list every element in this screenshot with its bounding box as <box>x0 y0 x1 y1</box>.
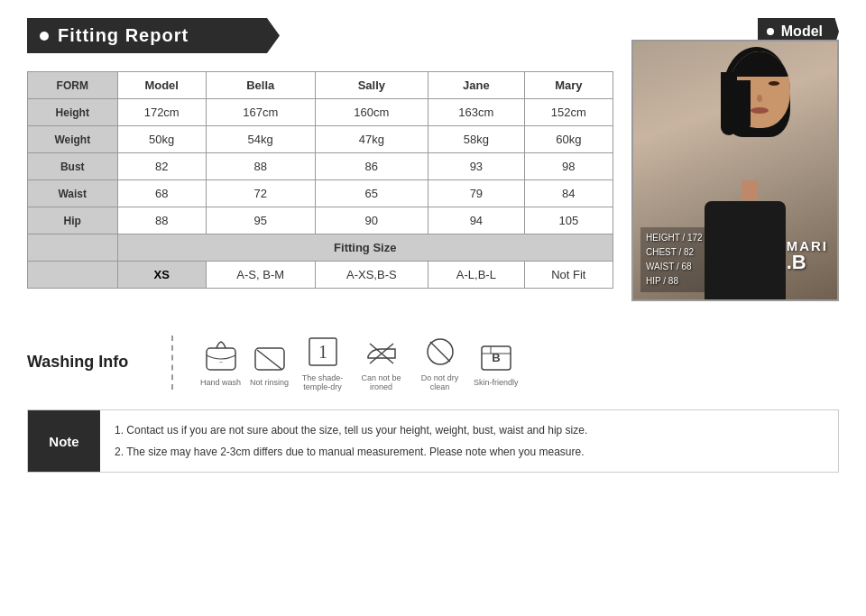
col-mary: Mary <box>524 72 613 99</box>
table-row: Height 172cm 167cm 160cm 163cm 152cm <box>28 99 613 126</box>
cell: 167cm <box>206 99 315 126</box>
col-bella: Bella <box>206 72 315 99</box>
skin-friendly-svg: B <box>477 337 515 375</box>
cell: 105 <box>524 207 613 234</box>
cell: 93 <box>428 153 525 180</box>
not-rinsing-svg <box>251 337 289 375</box>
wash-icon-no-dry-clean: Do not dry clean <box>415 333 465 391</box>
row-label-waist: Waist <box>28 180 118 207</box>
table-row-fitting-size: XS A-S, B-M A-XS,B-S A-L,B-L Not Fit <box>28 262 613 289</box>
svg-text:~: ~ <box>218 359 222 365</box>
row-label-hip: Hip <box>28 207 118 234</box>
cell: 50kg <box>117 126 206 153</box>
size-value-jane: A-L,B-L <box>428 262 525 289</box>
no-dry-clean-label: Do not dry clean <box>415 373 465 391</box>
wash-icon-shade-dry: 1 The shade-temple-dry <box>298 333 347 391</box>
cell: 68 <box>117 180 206 207</box>
fitting-size-label: Fitting Size <box>117 234 613 262</box>
main-content: FORM Model Bella Sally Jane Mary Height … <box>27 71 839 301</box>
wash-icon-handwash: ~ Hand wash <box>200 337 241 387</box>
note-section: Note 1. Contact us if you are not sure a… <box>27 409 839 473</box>
cell: 60kg <box>524 126 613 153</box>
hair-right <box>737 80 751 130</box>
size-xs: XS <box>117 262 206 289</box>
nose <box>757 95 762 102</box>
model-badge-label: Model <box>781 23 823 40</box>
not-rinsing-label: Not rinsing <box>250 378 289 387</box>
neck <box>742 180 758 200</box>
note-line-1: 1. Contact us if you are not sure about … <box>115 419 587 441</box>
body <box>705 201 786 299</box>
cell: 82 <box>117 153 206 180</box>
table-row: Hip 88 95 90 94 105 <box>28 207 613 234</box>
cell: 72 <box>206 180 315 207</box>
wash-icon-no-iron: Can not be ironed <box>356 333 406 391</box>
table-header-row: FORM Model Bella Sally Jane Mary <box>28 72 613 99</box>
handwash-label: Hand wash <box>200 378 241 387</box>
model-badge-dot <box>767 28 774 35</box>
empty-cell-2 <box>28 262 118 289</box>
svg-line-3 <box>257 350 282 370</box>
bangs <box>729 51 790 77</box>
col-sally: Sally <box>315 72 428 99</box>
col-model: Model <box>117 72 206 99</box>
cell: 160cm <box>315 99 428 126</box>
cell: 152cm <box>524 99 613 126</box>
cell: 86 <box>315 153 428 180</box>
cell: 90 <box>315 207 428 234</box>
cell: 84 <box>524 180 613 207</box>
model-info-overlay: HEIGHT / 172 CHEST / 82 WAIST / 68 HIP /… <box>640 227 708 292</box>
fitting-report-title: Fitting Report <box>58 25 189 46</box>
cell: 88 <box>117 207 206 234</box>
washing-title: Washing Info <box>27 353 144 372</box>
svg-text:1: 1 <box>318 342 327 362</box>
model-height: HEIGHT / 172 <box>646 231 703 245</box>
washing-section: Washing Info ~ Hand wash Not rinsing <box>27 324 839 400</box>
cell: 47kg <box>315 126 428 153</box>
svg-line-9 <box>430 342 450 362</box>
skin-friendly-label: Skin-friendly <box>474 378 519 387</box>
table-section: FORM Model Bella Sally Jane Mary Height … <box>27 71 613 301</box>
size-value-mary: Not Fit <box>524 262 613 289</box>
model-chest: CHEST / 82 <box>646 245 703 260</box>
table-row: Waist 68 72 65 79 84 <box>28 180 613 207</box>
model-photo-bg: HEIGHT / 172 CHEST / 82 WAIST / 68 HIP /… <box>633 41 837 299</box>
cell: 95 <box>206 207 315 234</box>
col-jane: Jane <box>428 72 525 99</box>
cell: 88 <box>206 153 315 180</box>
row-label-height: Height <box>28 99 118 126</box>
wash-icon-not-rinsing: Not rinsing <box>250 337 289 387</box>
empty-cell <box>28 234 118 262</box>
note-content: 1. Contact us if you are not sure about … <box>100 410 602 472</box>
cell: 65 <box>315 180 428 207</box>
page-container: Fitting Report Model FORM Model Bella Sa… <box>0 0 866 616</box>
table-row-fitting-size-header: Fitting Size <box>28 234 613 262</box>
handwash-svg: ~ <box>202 337 240 375</box>
model-image-box: HEIGHT / 172 CHEST / 82 WAIST / 68 HIP /… <box>631 40 839 301</box>
model-waist: WAIST / 68 <box>646 260 703 274</box>
no-iron-label: Can not be ironed <box>356 373 406 391</box>
size-value-bella: A-S, B-M <box>206 262 315 289</box>
cell: 98 <box>524 153 613 180</box>
row-label-weight: Weight <box>28 126 118 153</box>
eye-right <box>769 81 779 86</box>
model-brand: MARI .B <box>787 239 828 272</box>
note-label: Note <box>28 410 100 472</box>
fitting-table: FORM Model Bella Sally Jane Mary Height … <box>27 71 613 289</box>
cell: 58kg <box>428 126 525 153</box>
model-section: HEIGHT / 172 CHEST / 82 WAIST / 68 HIP /… <box>631 40 839 301</box>
washing-divider <box>171 336 173 390</box>
svg-text:B: B <box>492 351 500 364</box>
brand-name: .B <box>787 253 828 272</box>
shade-dry-svg: 1 <box>304 333 342 371</box>
washing-icons: ~ Hand wash Not rinsing 1 The shade-temp… <box>200 333 519 391</box>
fitting-report-badge: Fitting Report <box>27 18 280 53</box>
cell: 94 <box>428 207 525 234</box>
no-dry-clean-svg <box>421 333 459 371</box>
col-form: FORM <box>28 72 118 99</box>
note-line-2: 2. The size may have 2-3cm differs due t… <box>115 441 587 463</box>
wash-icon-skin-friendly: B Skin-friendly <box>474 337 519 387</box>
table-row: Bust 82 88 86 93 98 <box>28 153 613 180</box>
row-label-bust: Bust <box>28 153 118 180</box>
cell: 79 <box>428 180 525 207</box>
